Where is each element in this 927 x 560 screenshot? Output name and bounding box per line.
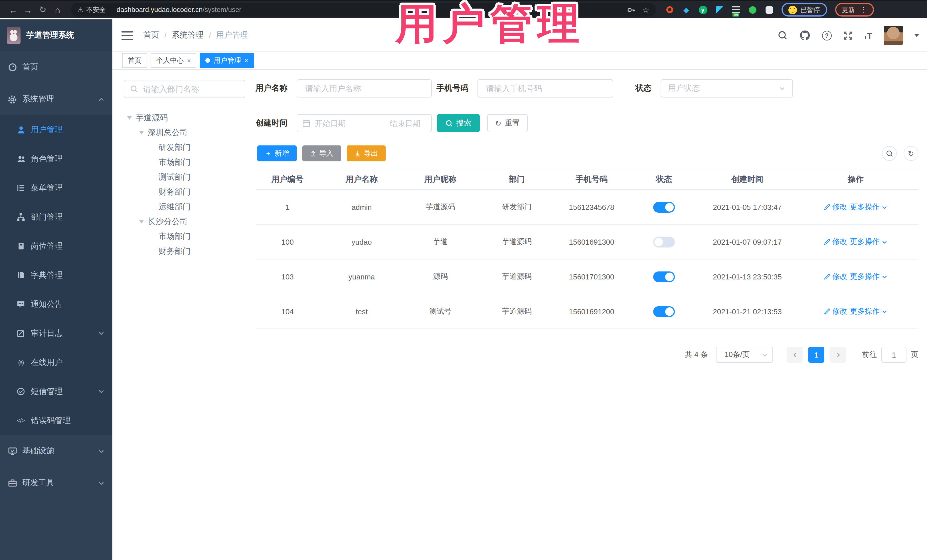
profile-paused-chip[interactable]: 已暂停 <box>781 3 827 17</box>
bookmark-star-icon[interactable]: ☆ <box>643 5 649 14</box>
reload-icon[interactable]: ↻ <box>35 2 50 17</box>
collapse-sidebar-icon[interactable] <box>122 31 133 40</box>
dept-search[interactable] <box>124 80 245 98</box>
status-select[interactable]: 用户状态 <box>661 79 793 97</box>
sidebar-item-dev-tools[interactable]: 研发工具 <box>0 467 112 499</box>
tree-node[interactable]: 财务部门 <box>124 244 245 259</box>
edit-link[interactable]: 修改 <box>824 306 847 317</box>
mobile-input[interactable] <box>485 83 606 94</box>
goto-label: 前往 <box>862 349 877 360</box>
sidebar-item-home[interactable]: 首页 <box>0 51 112 83</box>
tree-node[interactable]: 芋道源码 <box>124 111 245 126</box>
pencil-icon <box>824 203 831 211</box>
github-icon[interactable] <box>799 30 811 41</box>
more-actions-link[interactable]: 更多操作 <box>850 202 887 212</box>
edit-link[interactable]: 修改 <box>824 202 847 212</box>
add-button[interactable]: ＋新增 <box>257 146 296 161</box>
caret-icon[interactable] <box>139 131 144 135</box>
close-icon[interactable]: × <box>187 57 191 64</box>
caret-icon[interactable] <box>127 116 132 120</box>
tree-node[interactable]: 财务部门 <box>124 185 245 200</box>
breadcrumb-system[interactable]: 系统管理 <box>172 30 204 41</box>
security-label[interactable]: 不安全 <box>86 5 106 14</box>
extension-person-icon[interactable] <box>748 5 757 14</box>
tag-tab-home[interactable]: 首页 <box>122 53 147 68</box>
paused-label: 已暂停 <box>800 5 820 14</box>
search-icon[interactable] <box>778 30 788 41</box>
end-date-input[interactable] <box>389 118 426 128</box>
refresh-table-button[interactable]: ↻ <box>904 146 918 161</box>
extension-y-icon[interactable]: y <box>698 5 707 14</box>
import-button[interactable]: 导入 <box>302 146 341 161</box>
page-size-select[interactable]: 10条/页 <box>716 347 773 363</box>
edit-link[interactable]: 修改 <box>824 237 847 247</box>
extension-puzzle-icon[interactable] <box>764 5 774 14</box>
avatar-caret-icon[interactable] <box>915 34 919 37</box>
fullscreen-icon[interactable] <box>843 30 853 40</box>
tree-node[interactable]: 测试部门 <box>124 170 245 185</box>
sidebar-item-system[interactable]: 系统管理 <box>0 83 112 115</box>
more-actions-link[interactable]: 更多操作 <box>850 272 887 282</box>
prev-page-button[interactable] <box>787 347 802 363</box>
tree-node[interactable]: 深圳总公司 <box>124 126 245 140</box>
sidebar-item-infra[interactable]: 基础设施 <box>0 435 112 467</box>
extension-switch-icon[interactable]: on <box>731 5 740 14</box>
browser-update-button[interactable]: 更新 ⋮ <box>835 3 874 17</box>
more-actions-link[interactable]: 更多操作 <box>850 237 887 247</box>
user-avatar[interactable] <box>884 26 903 45</box>
sidebar-item-sms[interactable]: 短信管理 <box>0 377 112 406</box>
status-toggle[interactable] <box>653 306 675 317</box>
sidebar-item-posts[interactable]: 岗位管理 <box>0 232 112 261</box>
sidebar-item-menus[interactable]: 菜单管理 <box>0 173 112 202</box>
sidebar-item-roles[interactable]: 角色管理 <box>0 144 112 173</box>
more-actions-link[interactable]: 更多操作 <box>850 306 887 317</box>
font-size-icon[interactable]: тT <box>864 30 872 40</box>
tree-node[interactable]: 研发部门 <box>124 140 245 155</box>
sidebar-item-dict[interactable]: 字典管理 <box>0 261 112 290</box>
key-icon[interactable] <box>627 5 636 14</box>
tag-tab-profile[interactable]: 个人中心 × <box>150 53 196 68</box>
extension-squares-icon[interactable] <box>715 5 724 14</box>
sidebar-item-audit-log[interactable]: 审计日志 <box>0 319 112 348</box>
date-range-picker[interactable]: - <box>296 114 432 132</box>
goto-page-input[interactable] <box>881 347 906 363</box>
start-date-input[interactable] <box>314 118 351 128</box>
edit-link[interactable]: 修改 <box>824 272 847 282</box>
reset-button[interactable]: ↻ 重置 <box>487 114 528 132</box>
sidebar-item-notice[interactable]: 通知公告 <box>0 290 112 319</box>
tree-node[interactable]: 运维部门 <box>124 200 245 214</box>
url-host[interactable]: dashboard.yudao.iocoder.cn <box>117 6 203 14</box>
url-path[interactable]: /system/user <box>202 6 241 14</box>
dept-search-input[interactable] <box>142 84 239 94</box>
breadcrumb-home[interactable]: 首页 <box>143 30 159 41</box>
page-number-current[interactable]: 1 <box>808 347 824 363</box>
tree-node[interactable]: 长沙分公司 <box>124 214 245 229</box>
sidebar-item-error-codes[interactable]: </> 错误码管理 <box>0 406 112 435</box>
forward-icon[interactable]: → <box>21 2 35 17</box>
username-input[interactable] <box>304 83 424 94</box>
sidebar-item-online-users[interactable]: (a) 在线用户 <box>0 348 112 377</box>
search-button[interactable]: 搜索 <box>437 114 480 132</box>
app-logo[interactable]: 芋道管理系统 <box>0 20 112 51</box>
browser-menu-icon[interactable]: ⋮ <box>860 6 867 14</box>
logo-image <box>7 27 21 44</box>
caret-icon[interactable] <box>139 220 144 223</box>
status-toggle[interactable] <box>653 271 675 282</box>
tree-node[interactable]: 市场部门 <box>124 229 245 244</box>
extension-gem-icon[interactable]: ◆ <box>682 5 691 14</box>
sidebar-item-users[interactable]: 用户管理 <box>0 115 112 144</box>
close-icon[interactable]: × <box>245 57 248 64</box>
sidebar-item-depts[interactable]: 部门管理 <box>0 202 112 232</box>
home-icon[interactable]: ⌂ <box>50 2 65 17</box>
tag-tab-user-mgmt[interactable]: 用户管理 × <box>200 53 254 68</box>
chevron-down-icon <box>881 273 887 280</box>
extension-ring-icon[interactable] <box>665 5 674 14</box>
export-button[interactable]: 导出 <box>346 146 385 161</box>
help-icon[interactable]: ? <box>822 30 832 40</box>
status-toggle[interactable] <box>653 237 675 247</box>
tree-node[interactable]: 市场部门 <box>124 155 245 170</box>
status-toggle[interactable] <box>653 202 675 212</box>
next-page-button[interactable] <box>830 347 846 363</box>
toggle-search-button[interactable] <box>882 146 897 161</box>
back-icon[interactable]: ← <box>6 2 21 17</box>
